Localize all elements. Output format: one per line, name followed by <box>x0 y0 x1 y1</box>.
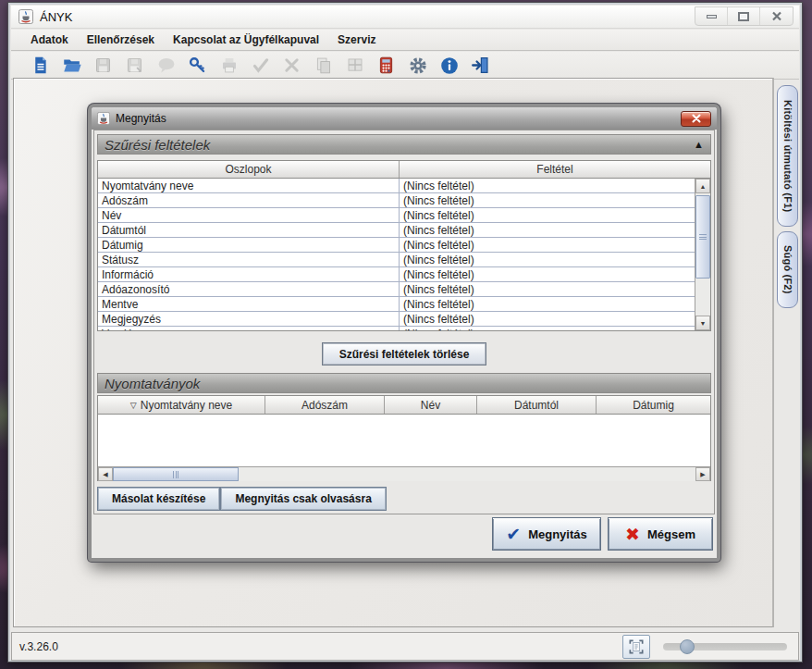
scroll-down-button[interactable]: ▼ <box>695 316 710 330</box>
filter-row-column: Megjegyzés <box>98 312 400 326</box>
filter-row-condition[interactable]: (Nincs feltétel) <box>400 297 695 311</box>
filter-row-column: Dátumig <box>98 238 400 252</box>
filter-row[interactable]: Információ(Nincs feltétel) <box>98 267 695 282</box>
scroll-up-button[interactable]: ▲ <box>695 179 710 193</box>
info-icon[interactable] <box>438 55 460 76</box>
menu-adatok[interactable]: Adatok <box>22 31 77 49</box>
minimize-button[interactable] <box>695 7 728 25</box>
filter-row[interactable]: Dátumig(Nincs feltétel) <box>98 238 695 253</box>
forms-table-hscrollbar[interactable]: ◀ ▶ <box>98 466 710 481</box>
key-icon[interactable] <box>187 55 208 76</box>
filter-row-condition[interactable]: (Nincs feltétel) <box>400 312 695 326</box>
forms-actions-row: Másolat készítése Megnyitás csak olvasás… <box>97 487 711 511</box>
filter-row-column: Információ <box>98 267 400 281</box>
filter-row[interactable]: Adószám(Nincs feltétel) <box>98 193 695 208</box>
clear-filters-button[interactable]: Szűrési feltételek törlése <box>322 342 486 365</box>
forms-section-header: Nyomtatványok <box>97 373 711 393</box>
filter-col-oszlopok: Oszlopok <box>98 161 400 178</box>
tab-kitoltesi-utmutato[interactable]: Kitöltési útmutató (F1) <box>777 85 798 227</box>
forms-col-nev[interactable]: Név <box>385 396 477 414</box>
settings-gear-icon[interactable] <box>407 55 428 76</box>
comment-icon <box>155 55 177 76</box>
filter-section-header[interactable]: Szűrési feltételek ▲ <box>97 134 711 155</box>
filter-row[interactable]: Nyomtatvány neve(Nincs feltétel) <box>98 179 695 193</box>
scroll-up-icon: ▲ <box>700 183 707 190</box>
filter-row[interactable]: Név(Nincs feltétel) <box>98 208 695 223</box>
scroll-right-icon: ▶ <box>700 471 705 477</box>
cancel-button[interactable]: ✖ Mégsem <box>608 517 713 551</box>
megnyitas-dialog: Megnyitás Szűrési feltételek ▲ Oszlopok … <box>88 104 720 562</box>
filter-table-body: Nyomtatvány neve(Nincs feltétel) Adószám… <box>98 179 695 330</box>
scroll-down-icon: ▼ <box>700 320 707 327</box>
new-document-icon[interactable] <box>30 55 51 76</box>
forms-section-title: Nyomtatványok <box>105 376 200 391</box>
filter-row[interactable]: Verzió(Nincs feltétel) <box>98 327 695 330</box>
forms-col-adoszam[interactable]: Adószám <box>265 396 385 414</box>
filter-table: Oszlopok Feltétel Nyomtatvány neve(Nincs… <box>97 160 711 331</box>
scroll-right-button[interactable]: ▶ <box>695 467 710 481</box>
filter-row-condition[interactable]: (Nincs feltétel) <box>400 223 695 237</box>
filter-row-condition[interactable]: (Nincs feltétel) <box>400 238 695 252</box>
filter-row[interactable]: Dátumtól(Nincs feltétel) <box>98 223 695 238</box>
fit-page-button[interactable] <box>622 635 650 659</box>
print-icon <box>218 55 240 76</box>
filter-row[interactable]: Státusz(Nincs feltétel) <box>98 253 695 267</box>
dialog-close-button[interactable] <box>681 111 711 127</box>
cancel-button-label: Mégsem <box>647 527 695 541</box>
zoom-slider-thumb[interactable] <box>680 639 695 654</box>
exit-icon[interactable] <box>470 55 491 76</box>
panel-divider <box>773 78 774 627</box>
filter-row-condition[interactable]: (Nincs feltétel) <box>400 267 695 281</box>
sort-descending-icon: ▽ <box>130 401 137 410</box>
close-icon <box>771 11 782 21</box>
forms-table-body[interactable] <box>98 415 710 466</box>
forms-table-header: ▽ Nyomtatvány neve Adószám Név Dátumtól … <box>98 396 710 415</box>
filter-row-condition[interactable]: (Nincs feltétel) <box>400 193 695 207</box>
menu-kapcsolat-ugyfelkapuval[interactable]: Kapcsolat az Ügyfélkapuval <box>165 31 327 49</box>
open-button[interactable]: ✔ Megnyitás <box>492 517 601 551</box>
filter-row-condition[interactable]: (Nincs feltétel) <box>400 253 695 266</box>
dialog-close-icon <box>692 114 701 123</box>
copy-icon <box>313 55 334 76</box>
dialog-titlebar[interactable]: Megnyitás <box>92 107 717 130</box>
filter-row-column: Dátumtól <box>98 223 400 237</box>
filter-row-condition[interactable]: (Nincs feltétel) <box>400 208 695 222</box>
forms-col-datumig[interactable]: Dátumig <box>597 396 710 414</box>
forms-col-nyomtatvany-neve[interactable]: ▽ Nyomtatvány neve <box>98 396 265 414</box>
filter-row[interactable]: Mentve(Nincs feltétel) <box>98 297 695 312</box>
filter-table-vscrollbar[interactable]: ▲ ▼ <box>695 179 710 330</box>
filter-row-condition[interactable]: (Nincs feltétel) <box>400 282 695 296</box>
hscroll-thumb[interactable] <box>113 467 239 481</box>
filter-row-condition[interactable]: (Nincs feltétel) <box>400 327 695 330</box>
forms-col-label: Nyomtatvány neve <box>141 399 232 412</box>
minimize-icon <box>707 15 717 19</box>
forms-table: ▽ Nyomtatvány neve Adószám Név Dátumtól … <box>97 395 711 481</box>
fit-page-icon <box>627 638 646 656</box>
collapse-icon[interactable]: ▲ <box>694 140 704 150</box>
tab-sugo[interactable]: Súgó (F2) <box>777 231 798 308</box>
filter-col-feltetel: Feltétel <box>400 161 710 178</box>
toolbar <box>11 52 799 80</box>
forms-col-datumtol[interactable]: Dátumtól <box>477 396 597 414</box>
filter-row-condition[interactable]: (Nincs feltétel) <box>400 179 695 192</box>
calculator-icon[interactable] <box>375 55 397 76</box>
version-label: v.3.26.0 <box>12 640 58 653</box>
window-title: ÁNYK <box>40 10 72 24</box>
close-button[interactable] <box>760 7 793 25</box>
maximize-button[interactable] <box>728 7 760 25</box>
filter-row[interactable]: Adóazonosító(Nincs feltétel) <box>98 282 695 297</box>
zoom-slider-track[interactable] <box>663 643 787 650</box>
menu-szerviz[interactable]: Szerviz <box>329 31 384 49</box>
make-copy-button[interactable]: Másolat készítése <box>97 487 220 511</box>
window-titlebar[interactable]: ÁNYK <box>11 6 799 29</box>
open-readonly-button[interactable]: Megnyitás csak olvasásra <box>220 487 386 511</box>
open-folder-icon[interactable] <box>61 55 82 76</box>
filter-row[interactable]: Megjegyzés(Nincs feltétel) <box>98 312 695 327</box>
maximize-icon <box>738 12 749 21</box>
vscroll-thumb[interactable] <box>695 195 710 279</box>
menu-ellenorzesek[interactable]: Ellenőrzések <box>79 31 163 49</box>
scroll-left-button[interactable]: ◀ <box>98 467 113 481</box>
cancel-x-icon <box>281 55 302 76</box>
thumb-grip <box>173 471 178 478</box>
filter-row-column: Mentve <box>98 297 400 311</box>
